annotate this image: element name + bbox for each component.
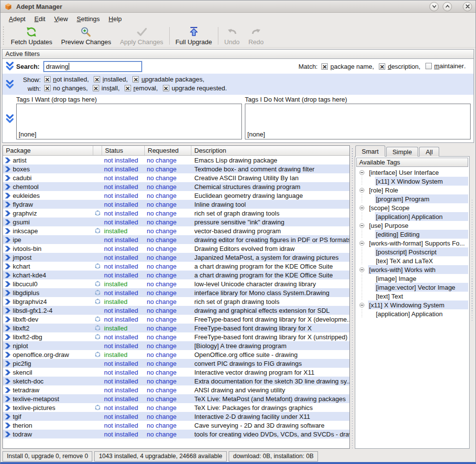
tree-expander[interactable] xyxy=(356,168,368,177)
filter-chevrons-icon[interactable] xyxy=(5,61,16,71)
package-row-texlive-pictures[interactable]: texlive-pictures not installedno changeT… xyxy=(3,403,349,412)
package-row-libxft2-dbg[interactable]: libxft2-dbg not installedno changeFreeTy… xyxy=(3,332,349,341)
checked-checkbox[interactable] xyxy=(379,63,385,70)
menu-settings[interactable]: Settings xyxy=(72,14,104,24)
package-row-ipe[interactable]: ipenot installedno changedrawing editor … xyxy=(3,235,349,244)
tab-simple[interactable]: Simple xyxy=(386,147,419,157)
package-row-skencil[interactable]: skencilnot installedno changeInteractive… xyxy=(3,368,349,377)
maximize-button[interactable] xyxy=(443,2,452,11)
menu-view[interactable]: View xyxy=(50,14,72,24)
tag-row-editing-editing[interactable]: [editing] Editing xyxy=(356,230,468,239)
filter-chevrons-icon[interactable] xyxy=(5,80,16,89)
package-row-jmpost[interactable]: jmpostnot installedno changeJapanized Me… xyxy=(3,253,349,262)
package-row-tgif[interactable]: tgifnot installedno changeInteractive 2-… xyxy=(3,412,349,421)
tag-row-scope-scope[interactable]: [scope] Scope xyxy=(356,203,468,212)
minimize-button[interactable] xyxy=(429,2,439,11)
checked-checkbox[interactable] xyxy=(93,85,99,91)
package-row-inkscape[interactable]: inkscape installedno changevector-based … xyxy=(3,226,349,235)
package-row-flydraw[interactable]: flydrawnot installedno changeInline draw… xyxy=(3,200,349,209)
tree-expander[interactable] xyxy=(356,239,368,247)
tab-smart[interactable]: Smart xyxy=(355,145,385,157)
tree-expander[interactable] xyxy=(356,203,368,212)
match-description-option[interactable]: description, xyxy=(379,63,421,70)
menu-help[interactable]: Help xyxy=(104,14,126,24)
package-row-tetradraw[interactable]: tetradrawnot installedno changeANSI draw… xyxy=(3,385,349,394)
match-package-name-option[interactable]: package name, xyxy=(321,63,374,70)
search-input[interactable]: drawing xyxy=(44,61,142,72)
package-row-libxft2[interactable]: libxft2 installedno changeFreeType-based… xyxy=(3,324,349,332)
tab-all[interactable]: All xyxy=(419,147,439,157)
column-header-requested[interactable]: Requested xyxy=(145,146,191,155)
tree-expander[interactable] xyxy=(356,186,368,194)
match-maintainer-option[interactable]: maintainer. xyxy=(425,62,466,70)
package-row-texlive-metapost[interactable]: texlive-metapostnot installedno changeTe… xyxy=(3,394,349,403)
package-row-pic2fig[interactable]: pic2fignot installedno changeconvert PIC… xyxy=(3,359,349,368)
package-row-ivtools-bin[interactable]: ivtools-binnot installedno changeDrawing… xyxy=(3,244,349,253)
package-row-njplot[interactable]: njplotnot installedno change[Biology] A … xyxy=(3,341,349,350)
tag-row-image-vector-vector-image[interactable]: [image:vector] Vector Image xyxy=(356,283,468,292)
tag-row-application-application[interactable]: [application] Application xyxy=(356,309,468,318)
package-row-cadubi[interactable]: cadubinot installedno changeCreative ASC… xyxy=(3,173,349,182)
checked-checkbox[interactable] xyxy=(163,85,169,91)
preview-changes-button[interactable]: Preview Changes xyxy=(57,25,116,47)
column-header-description[interactable]: Description xyxy=(191,146,349,155)
tags-i-do-not-want-dropbox[interactable]: [none] xyxy=(245,104,471,139)
package-row-kchart-kde4[interactable]: kchart-kde4not installedno changea chart… xyxy=(3,271,349,279)
tag-row-postscript-postscript[interactable]: [postscript] Postscript xyxy=(356,247,468,256)
tree-expander[interactable] xyxy=(356,265,368,274)
package-row-therion[interactable]: therionnot installedno changeCave survey… xyxy=(3,421,349,430)
package-row-eukleides[interactable]: eukleidesnot installedno changeEuclidean… xyxy=(3,191,349,200)
package-row-libsdl-gfx1-2-4[interactable]: libsdl-gfx1.2-4not installedno changedra… xyxy=(3,306,349,315)
tag-row-x11-x-windowing-system[interactable]: [x11] X Windowing System xyxy=(356,300,468,309)
package-row-artist[interactable]: artistnot installedno changeEmacs Lisp d… xyxy=(3,156,349,164)
right-scrollbar[interactable] xyxy=(470,145,474,449)
checked-checkbox[interactable] xyxy=(132,76,139,82)
package-row-libgdiplus[interactable]: libgdiplus not installedno changeinterfa… xyxy=(3,288,349,297)
tag-row-text-text[interactable]: [text] Text xyxy=(356,292,468,300)
menu-edit[interactable]: Edit xyxy=(30,14,50,24)
tag-row-application-application[interactable]: [application] Application xyxy=(356,212,468,221)
package-row-todraw[interactable]: todrawnot installedno changetools for cr… xyxy=(3,430,349,438)
with-install-option[interactable]: install, xyxy=(93,84,120,92)
tag-row-works-with-works-with[interactable]: [works-with] Works with xyxy=(356,265,468,274)
package-row-kchart[interactable]: kchart not installedno changea chart dra… xyxy=(3,262,349,271)
tag-row-tex-tex-and-latex[interactable]: [tex] TeX and LaTeX xyxy=(356,256,468,265)
tag-row-use-purpose[interactable]: [use] Purpose xyxy=(356,221,468,230)
tag-row-program-program[interactable]: [program] Program xyxy=(356,194,468,203)
package-row-openoffice-org-draw[interactable]: openoffice.org-draw installedno changeOp… xyxy=(3,350,349,359)
toolbar-drag-handle[interactable] xyxy=(2,27,5,45)
with-removal-option[interactable]: removal, xyxy=(125,84,158,92)
package-row-libxft-dev[interactable]: libxft-dev not installedno changeFreeTyp… xyxy=(3,315,349,324)
package-row-graphviz[interactable]: graphviz not installedno changerich set … xyxy=(3,209,349,218)
menu-adept[interactable]: Adept xyxy=(4,14,30,24)
panel-splitter[interactable] xyxy=(350,145,355,449)
package-row-libcucul0[interactable]: libcucul0 installedno changelow-level Un… xyxy=(3,279,349,288)
checked-checkbox[interactable] xyxy=(94,76,100,82)
package-row-gsumi[interactable]: gsuminot installedno changepressure sens… xyxy=(3,218,349,226)
package-row-chemtool[interactable]: chemtoolnot installedno changeChemical s… xyxy=(3,182,349,191)
full-upgrade-button[interactable]: Full Upgrade xyxy=(171,25,216,47)
fetch-updates-button[interactable]: Fetch Updates xyxy=(6,25,57,47)
show-installed-option[interactable]: installed, xyxy=(94,76,128,83)
column-header-badge[interactable] xyxy=(93,146,102,155)
show-upgradable-packages-option[interactable]: upgradable packages, xyxy=(132,76,204,83)
checked-checkbox[interactable] xyxy=(44,85,51,91)
checked-checkbox[interactable] xyxy=(321,63,328,70)
checked-checkbox[interactable] xyxy=(125,85,131,91)
tags-i-want-dropbox[interactable]: [none] xyxy=(16,104,242,139)
tag-row-image-image[interactable]: [image] Image xyxy=(356,274,468,283)
tag-row-works-with-format-supports-fo[interactable]: [works-with-format] Supports Fo... xyxy=(356,239,468,247)
tree-expander[interactable] xyxy=(356,221,368,230)
tag-row-x11-x-window-system[interactable]: [x11] X Window System xyxy=(356,177,468,186)
close-button[interactable] xyxy=(463,2,472,11)
filter-chevrons-icon[interactable] xyxy=(5,114,16,124)
tag-row-role-role[interactable]: [role] Role xyxy=(356,186,468,194)
column-header-status[interactable]: Status xyxy=(102,146,145,155)
package-row-sketch-doc[interactable]: sketch-docnot installedno changeExtra do… xyxy=(3,377,349,385)
with-no-changes-option[interactable]: no changes, xyxy=(44,84,88,92)
tree-expander[interactable] xyxy=(356,300,368,309)
unchecked-checkbox[interactable] xyxy=(425,63,432,69)
show-not-installed-option[interactable]: not installed, xyxy=(44,76,89,83)
column-header-package[interactable]: Package xyxy=(3,146,93,155)
package-row-libgraphviz4[interactable]: libgraphviz4 installedno changerich set … xyxy=(3,297,349,306)
